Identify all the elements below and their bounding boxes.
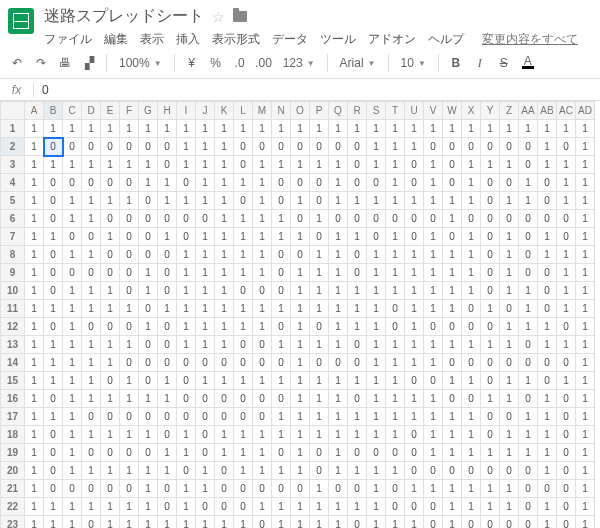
- cell[interactable]: 1: [63, 282, 82, 300]
- cell[interactable]: 1: [253, 444, 272, 462]
- cell[interactable]: 0: [44, 480, 63, 498]
- cell[interactable]: 1: [63, 408, 82, 426]
- cell[interactable]: 1: [367, 318, 386, 336]
- cell[interactable]: 1: [44, 408, 63, 426]
- cell[interactable]: 0: [481, 210, 500, 228]
- cell[interactable]: 1: [462, 156, 481, 174]
- cell[interactable]: 0: [538, 210, 557, 228]
- cell[interactable]: 1: [25, 372, 44, 390]
- cell[interactable]: 1: [253, 192, 272, 210]
- cell[interactable]: 0: [234, 498, 253, 516]
- cell[interactable]: 1: [120, 300, 139, 318]
- cell[interactable]: 0: [481, 264, 500, 282]
- cell[interactable]: 1: [196, 192, 215, 210]
- cell[interactable]: 0: [215, 480, 234, 498]
- cell[interactable]: 0: [234, 480, 253, 498]
- cell[interactable]: 1: [272, 462, 291, 480]
- cell[interactable]: 0: [253, 336, 272, 354]
- cell[interactable]: 0: [234, 282, 253, 300]
- cell[interactable]: 1: [443, 336, 462, 354]
- column-header[interactable]: T: [386, 102, 405, 120]
- cell[interactable]: 1: [25, 498, 44, 516]
- cell[interactable]: 1: [386, 174, 405, 192]
- cell[interactable]: 1: [63, 300, 82, 318]
- cell[interactable]: 0: [557, 318, 576, 336]
- cell[interactable]: 1: [386, 246, 405, 264]
- row-header[interactable]: 9: [1, 264, 25, 282]
- cell[interactable]: 0: [101, 408, 120, 426]
- cell[interactable]: 1: [139, 462, 158, 480]
- cell[interactable]: 1: [481, 120, 500, 138]
- cell[interactable]: 0: [367, 210, 386, 228]
- cell[interactable]: 0: [538, 300, 557, 318]
- cell[interactable]: 0: [196, 390, 215, 408]
- cell[interactable]: 1: [538, 156, 557, 174]
- row-header[interactable]: 18: [1, 426, 25, 444]
- cell[interactable]: 0: [557, 498, 576, 516]
- cell[interactable]: 1: [253, 462, 272, 480]
- cell[interactable]: 0: [500, 408, 519, 426]
- cell[interactable]: 1: [576, 246, 595, 264]
- cell[interactable]: 1: [481, 444, 500, 462]
- cell[interactable]: 1: [291, 498, 310, 516]
- cell[interactable]: 0: [177, 372, 196, 390]
- cell[interactable]: 1: [63, 210, 82, 228]
- cell[interactable]: 1: [576, 156, 595, 174]
- cell[interactable]: 0: [424, 318, 443, 336]
- cell[interactable]: 1: [519, 444, 538, 462]
- paint-format-icon[interactable]: ▞: [80, 54, 98, 72]
- cell[interactable]: 1: [44, 498, 63, 516]
- cell[interactable]: 0: [82, 318, 101, 336]
- row-header[interactable]: 5: [1, 192, 25, 210]
- cell[interactable]: 0: [500, 354, 519, 372]
- row-header[interactable]: 2: [1, 138, 25, 156]
- cell[interactable]: 1: [348, 426, 367, 444]
- cell[interactable]: 1: [310, 516, 329, 529]
- cell[interactable]: 1: [25, 138, 44, 156]
- cell[interactable]: 1: [405, 120, 424, 138]
- cell[interactable]: 1: [576, 336, 595, 354]
- cell[interactable]: 0: [443, 462, 462, 480]
- cell[interactable]: 1: [500, 480, 519, 498]
- cell[interactable]: 0: [120, 210, 139, 228]
- cell[interactable]: 1: [519, 426, 538, 444]
- cell[interactable]: 0: [519, 516, 538, 529]
- cell[interactable]: 1: [481, 390, 500, 408]
- cell[interactable]: 0: [196, 444, 215, 462]
- cell[interactable]: 0: [519, 138, 538, 156]
- cell[interactable]: 1: [405, 192, 424, 210]
- column-header[interactable]: A: [25, 102, 44, 120]
- cell[interactable]: 1: [44, 156, 63, 174]
- cell[interactable]: 1: [576, 228, 595, 246]
- cell[interactable]: 1: [538, 426, 557, 444]
- cell[interactable]: 0: [44, 210, 63, 228]
- cell[interactable]: 0: [63, 174, 82, 192]
- cell[interactable]: 1: [424, 408, 443, 426]
- cell[interactable]: 1: [329, 318, 348, 336]
- cell[interactable]: 1: [215, 174, 234, 192]
- cell[interactable]: 0: [82, 408, 101, 426]
- cell[interactable]: 1: [215, 300, 234, 318]
- cell[interactable]: 1: [234, 264, 253, 282]
- italic-button[interactable]: I: [471, 54, 489, 72]
- cell[interactable]: 1: [177, 246, 196, 264]
- cell[interactable]: 1: [367, 462, 386, 480]
- cell[interactable]: 0: [234, 408, 253, 426]
- text-color-button[interactable]: A: [519, 54, 537, 72]
- cell[interactable]: 1: [215, 210, 234, 228]
- cell[interactable]: 1: [367, 192, 386, 210]
- cell[interactable]: 1: [272, 120, 291, 138]
- cell[interactable]: 1: [177, 264, 196, 282]
- cell[interactable]: 0: [405, 462, 424, 480]
- cell[interactable]: 0: [291, 210, 310, 228]
- cell[interactable]: 1: [443, 282, 462, 300]
- cell[interactable]: 1: [272, 408, 291, 426]
- cell[interactable]: 1: [367, 480, 386, 498]
- cell[interactable]: 1: [443, 480, 462, 498]
- cell[interactable]: 0: [348, 246, 367, 264]
- column-header[interactable]: Z: [500, 102, 519, 120]
- cell[interactable]: 1: [177, 498, 196, 516]
- cell[interactable]: 1: [310, 498, 329, 516]
- cell[interactable]: 1: [101, 282, 120, 300]
- menu-edit[interactable]: 編集: [104, 31, 128, 48]
